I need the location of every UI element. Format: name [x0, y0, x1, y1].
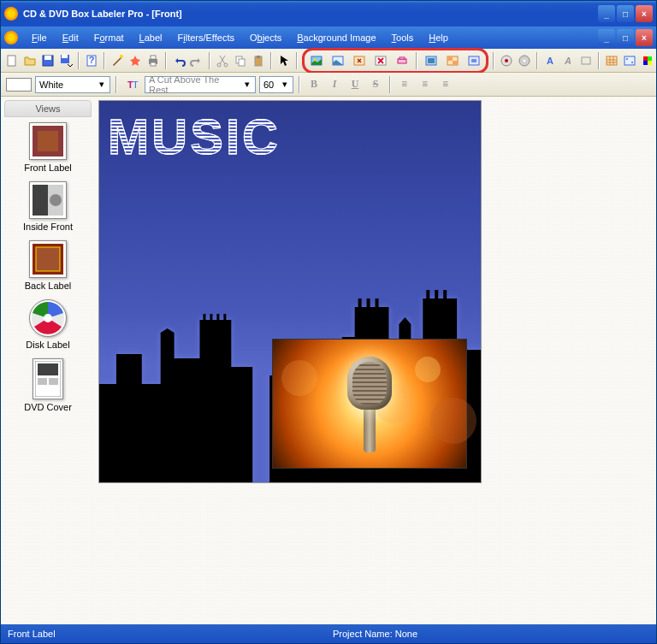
dropdown-arrow-icon: ▾: [279, 79, 291, 90]
toolbar-separator: [78, 52, 80, 69]
svg-rect-44: [643, 61, 648, 65]
toolbar-separator: [209, 52, 210, 69]
view-inside-front[interactable]: Inside Front: [4, 181, 92, 232]
snap-button[interactable]: [622, 51, 637, 70]
menu-file[interactable]: File: [25, 30, 54, 45]
toolbar-separator: [493, 52, 494, 69]
redo-button[interactable]: [189, 51, 204, 70]
cd-audio-button[interactable]: [517, 51, 532, 70]
copy-button[interactable]: [233, 51, 248, 70]
open-button[interactable]: [22, 51, 38, 70]
bg-center-button[interactable]: [465, 51, 483, 70]
view-label: Disk Label: [26, 340, 69, 350]
menu-edit[interactable]: Edit: [56, 30, 86, 45]
menu-filters[interactable]: Filters/Effects: [171, 30, 241, 45]
mdi-minimize-button[interactable]: _: [598, 29, 615, 46]
view-disk-label[interactable]: Disk Label: [4, 299, 92, 350]
svg-text:T: T: [133, 80, 139, 90]
insert-image-button[interactable]: [307, 51, 326, 70]
svg-rect-39: [624, 56, 635, 65]
menu-format[interactable]: Format: [87, 30, 131, 45]
text-button[interactable]: A: [542, 51, 558, 70]
grid-button[interactable]: [604, 51, 619, 70]
save-dropdown-button[interactable]: [58, 51, 74, 70]
color-picker-button[interactable]: [640, 51, 655, 70]
view-thumb: [33, 358, 63, 399]
view-front-label[interactable]: Front Label: [4, 122, 92, 173]
bg-fit-button[interactable]: [422, 51, 441, 70]
svg-rect-30: [471, 59, 476, 62]
image-replace-button[interactable]: [350, 51, 369, 70]
canvas-area[interactable]: MUSIC: [95, 97, 656, 624]
align-right-button[interactable]: ≡: [437, 76, 454, 93]
color-swatch[interactable]: [6, 78, 32, 92]
menu-help[interactable]: Help: [422, 30, 455, 45]
bg-tile-button[interactable]: [443, 51, 462, 70]
color-value: White: [39, 80, 96, 90]
menu-objects[interactable]: Objects: [243, 30, 288, 45]
cd-button[interactable]: [499, 51, 514, 70]
view-thumb: [29, 299, 67, 337]
scanner-button[interactable]: [393, 51, 411, 70]
microphone-image[interactable]: [272, 339, 467, 469]
toolbar-separator: [270, 52, 272, 69]
view-back-label[interactable]: Back Label: [4, 240, 92, 291]
wizard-button[interactable]: [110, 51, 125, 70]
svg-rect-62: [367, 298, 370, 307]
effects-button[interactable]: [127, 51, 143, 70]
color-combo[interactable]: White ▾: [35, 76, 110, 93]
maximize-button[interactable]: □: [617, 5, 634, 22]
label-canvas[interactable]: MUSIC: [98, 100, 482, 483]
new-button[interactable]: [4, 51, 20, 70]
image-properties-button[interactable]: [328, 51, 347, 70]
undo-button[interactable]: [171, 51, 186, 70]
bold-button[interactable]: B: [305, 76, 323, 93]
print-button[interactable]: [145, 51, 161, 70]
svg-rect-66: [443, 290, 447, 298]
font-combo[interactable]: A Cut Above The Rest ▾: [145, 76, 256, 93]
menu-background[interactable]: Background Image: [290, 30, 382, 45]
svg-rect-60: [49, 378, 58, 385]
mdi-close-button[interactable]: ×: [636, 29, 653, 46]
view-thumb: [29, 122, 67, 160]
view-thumb: [29, 240, 67, 278]
svg-point-32: [505, 59, 508, 62]
svg-rect-63: [376, 298, 379, 307]
cut-button[interactable]: [215, 51, 230, 70]
app-icon: [4, 7, 18, 21]
svg-point-41: [631, 62, 633, 63]
content-area: Views Front Label Inside Front Back Labe…: [1, 97, 656, 624]
svg-text:A: A: [547, 56, 553, 66]
menubar: File Edit Format Label Filters/Effects O…: [1, 27, 656, 49]
svg-rect-22: [398, 59, 406, 63]
statusbar: Front Label Project Name: None: [1, 624, 656, 643]
menu-tools[interactable]: Tools: [385, 30, 421, 45]
view-label: Back Label: [25, 281, 71, 291]
strike-button[interactable]: S: [367, 76, 384, 93]
minimize-button[interactable]: _: [598, 5, 615, 22]
window-title: CD & DVD Box Labeler Pro - [Front]: [23, 9, 598, 19]
svg-text:A: A: [564, 56, 571, 66]
view-dvd-cover[interactable]: DVD Cover: [4, 358, 92, 412]
svg-rect-23: [400, 57, 405, 59]
font-size-combo[interactable]: 60 ▾: [259, 76, 293, 93]
pointer-button[interactable]: [276, 51, 292, 70]
save-button[interactable]: [40, 51, 56, 70]
svg-point-34: [524, 59, 526, 62]
font-value: A Cut Above The Rest: [149, 74, 241, 95]
toolbar-separator: [104, 52, 105, 69]
underline-button[interactable]: U: [346, 76, 364, 93]
image-delete-button[interactable]: [371, 51, 390, 70]
paste-button[interactable]: [251, 51, 266, 70]
wordart-button[interactable]: A: [560, 51, 576, 70]
align-center-button[interactable]: ≡: [417, 76, 434, 93]
close-button[interactable]: ×: [636, 5, 653, 22]
canvas-heading-text[interactable]: MUSIC: [108, 108, 281, 165]
italic-button[interactable]: I: [326, 76, 343, 93]
shape-button[interactable]: [578, 51, 594, 70]
mdi-icon: [4, 31, 18, 44]
mdi-restore-button[interactable]: □: [617, 29, 634, 46]
menu-label[interactable]: Label: [133, 30, 169, 45]
align-left-button[interactable]: ≡: [396, 76, 413, 93]
help-button[interactable]: ?: [84, 51, 99, 70]
